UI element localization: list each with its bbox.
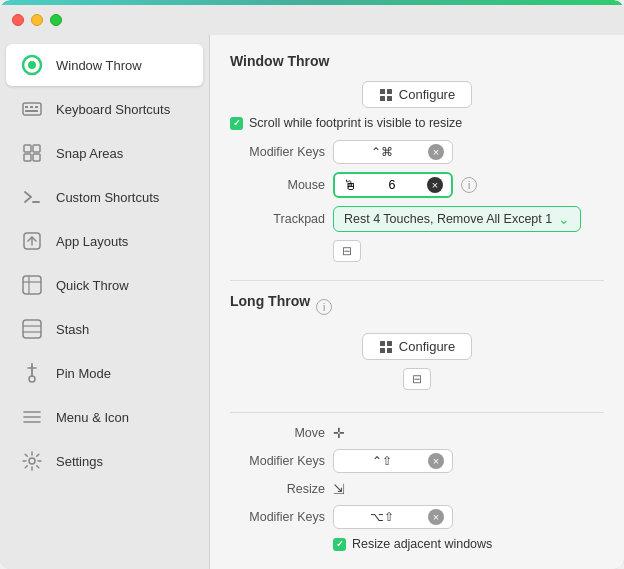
svg-rect-5 [35, 106, 38, 108]
modifier-keys-clear[interactable] [428, 144, 444, 160]
move-modifier-keys-input[interactable]: ⌃⇧ [333, 449, 453, 473]
sidebar-item-stash[interactable]: Stash [6, 308, 203, 350]
configure-button[interactable]: Configure [362, 81, 472, 108]
window-throw-icon [18, 51, 46, 79]
sidebar-label-settings: Settings [56, 454, 103, 469]
resize-icon: ⇲ [333, 481, 345, 497]
close-button[interactable] [12, 14, 24, 26]
modifier-keys-input[interactable]: ⌃⌘ [333, 140, 453, 164]
long-throw-title: Long Throw [230, 293, 310, 309]
window-chrome [0, 5, 624, 35]
svg-rect-10 [33, 154, 40, 161]
snap-areas-icon [18, 139, 46, 167]
main-content: Window Throw Configure Scroll while foot… [210, 35, 624, 569]
sidebar-label-snap-areas: Snap Areas [56, 146, 123, 161]
sidebar-item-settings[interactable]: Settings [6, 440, 203, 482]
sidebar-item-custom-shortcuts[interactable]: Custom Shortcuts [6, 176, 203, 218]
custom-shortcuts-icon [18, 183, 46, 211]
sidebar-label-menu-icon: Menu & Icon [56, 410, 129, 425]
modifier-keys-label: Modifier Keys [230, 145, 325, 159]
maximize-button[interactable] [50, 14, 62, 26]
svg-rect-29 [387, 96, 392, 101]
sidebar-item-quick-throw[interactable]: Quick Throw [6, 264, 203, 306]
mouse-label: Mouse [230, 178, 325, 192]
resize-modifier-keys-input[interactable]: ⌥⇧ [333, 505, 453, 529]
mouse-input[interactable]: 🖱 6 [333, 172, 453, 198]
move-label: Move [230, 426, 325, 440]
resize-modifier-keys-label: Modifier Keys [230, 510, 325, 524]
stash-icon [18, 315, 46, 343]
move-modifier-keys-clear[interactable] [428, 453, 444, 469]
trackpad-chevron-icon: ⌄ [558, 211, 570, 227]
svg-rect-26 [380, 89, 385, 94]
mouse-icon: 🖱 [343, 177, 357, 193]
svg-rect-2 [23, 103, 41, 115]
mouse-row: Mouse 🖱 6 i [230, 172, 604, 198]
configure-grid-icon [379, 88, 393, 102]
pin-mode-icon [18, 359, 46, 387]
resize-modifier-keys-row: Modifier Keys ⌥⇧ [230, 505, 604, 529]
settings-icon [18, 447, 46, 475]
sidebar-item-menu-icon[interactable]: Menu & Icon [6, 396, 203, 438]
scroll-checkbox[interactable] [230, 117, 243, 130]
resize-adjacent-row: Resize adjacent windows [333, 537, 604, 551]
svg-rect-28 [380, 96, 385, 101]
minimize-button[interactable] [31, 14, 43, 26]
resize-adjacent-checkbox[interactable] [333, 538, 346, 551]
configure-label: Configure [399, 87, 455, 102]
sidebar-label-pin-mode: Pin Mode [56, 366, 111, 381]
sidebar-item-keyboard-shortcuts[interactable]: Keyboard Shortcuts [6, 88, 203, 130]
info-icon[interactable]: i [461, 177, 477, 193]
long-throw-section: Long Throw i [230, 293, 604, 321]
svg-point-25 [29, 458, 35, 464]
sidebar-label-app-layouts: App Layouts [56, 234, 128, 249]
long-throw-configure-label: Configure [399, 339, 455, 354]
long-throw-info-icon[interactable]: i [316, 299, 332, 315]
svg-point-1 [28, 61, 36, 69]
scroll-checkbox-row: Scroll while footprint is visible to res… [230, 116, 604, 130]
sidebar-item-pin-mode[interactable]: Pin Mode [6, 352, 203, 394]
trackpad-label: Trackpad [230, 212, 325, 226]
svg-rect-31 [387, 341, 392, 346]
move-row: Move ✛ [230, 425, 604, 441]
quick-throw-icon [18, 271, 46, 299]
sliders-button[interactable]: ⊟ [333, 240, 361, 262]
modifier-keys-value: ⌃⌘ [342, 145, 422, 159]
window-throw-title: Window Throw [230, 53, 604, 69]
app-layouts-icon [18, 227, 46, 255]
svg-rect-8 [33, 145, 40, 152]
scroll-checkbox-label: Scroll while footprint is visible to res… [249, 116, 462, 130]
resize-modifier-keys-value: ⌥⇧ [342, 510, 422, 524]
trackpad-select[interactable]: Rest 4 Touches, Remove All Except 1 ⌄ [333, 206, 581, 232]
svg-rect-3 [25, 106, 28, 108]
sidebar-item-window-throw[interactable]: Window Throw [6, 44, 203, 86]
move-modifier-keys-row: Modifier Keys ⌃⇧ [230, 449, 604, 473]
sidebar-label-keyboard-shortcuts: Keyboard Shortcuts [56, 102, 170, 117]
long-throw-sliders-button[interactable]: ⊟ [403, 368, 431, 390]
mouse-value: 6 [363, 178, 421, 192]
move-modifier-keys-value: ⌃⇧ [342, 454, 422, 468]
long-throw-divider [230, 412, 604, 413]
sidebar-label-custom-shortcuts: Custom Shortcuts [56, 190, 159, 205]
resize-modifier-keys-clear[interactable] [428, 509, 444, 525]
sidebar-item-app-layouts[interactable]: App Layouts [6, 220, 203, 262]
svg-rect-13 [23, 276, 41, 294]
svg-rect-16 [23, 320, 41, 338]
long-throw-configure-button[interactable]: Configure [362, 333, 472, 360]
sidebar-label-quick-throw: Quick Throw [56, 278, 129, 293]
svg-rect-4 [30, 106, 33, 108]
section-divider [230, 280, 604, 281]
sidebar-label-window-throw: Window Throw [56, 58, 142, 73]
svg-rect-7 [24, 145, 31, 152]
svg-rect-9 [24, 154, 31, 161]
sidebar-label-stash: Stash [56, 322, 89, 337]
svg-rect-6 [25, 110, 38, 112]
sidebar-item-snap-areas[interactable]: Snap Areas [6, 132, 203, 174]
modifier-keys-row: Modifier Keys ⌃⌘ [230, 140, 604, 164]
svg-rect-32 [380, 348, 385, 353]
mouse-clear[interactable] [427, 177, 443, 193]
sidebar: Window Throw Keyboard Shortcuts [0, 35, 210, 569]
trackpad-value: Rest 4 Touches, Remove All Except 1 [344, 212, 552, 226]
move-icon: ✛ [333, 425, 345, 441]
trackpad-row: Trackpad Rest 4 Touches, Remove All Exce… [230, 206, 604, 232]
